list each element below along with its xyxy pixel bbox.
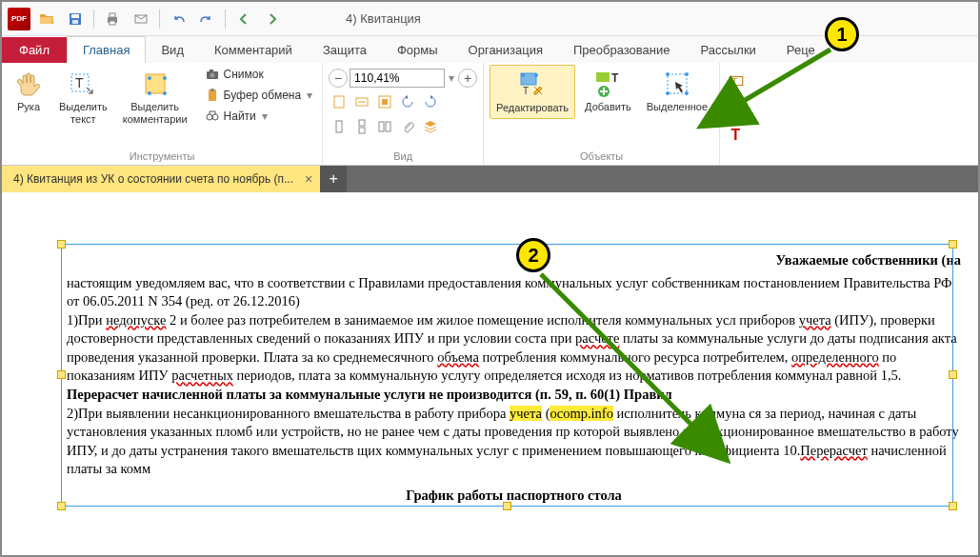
svg-rect-28: [379, 122, 384, 131]
svg-rect-2: [72, 20, 78, 24]
svg-point-10: [148, 76, 151, 80]
layers-button[interactable]: [420, 116, 441, 137]
heading-center: График работы паспортного стола: [67, 487, 961, 506]
svg-rect-4: [110, 13, 115, 17]
close-tab-button[interactable]: ×: [305, 171, 312, 187]
rotate-right-button[interactable]: [420, 91, 441, 112]
svg-point-12: [148, 91, 151, 95]
tab-convert[interactable]: Преобразование: [558, 37, 686, 63]
extra-btn-3[interactable]: T: [726, 124, 747, 145]
svg-rect-24: [382, 99, 388, 105]
svg-point-19: [207, 114, 212, 120]
document-area[interactable]: Уважаемые собственники (на настоящим уве…: [2, 192, 978, 555]
select-comments-button[interactable]: Выделить комментарии: [117, 65, 193, 129]
group-objects: T Редактировать T Добавить Выделенное Об…: [484, 63, 720, 165]
svg-point-40: [666, 91, 670, 95]
tab-forms[interactable]: Формы: [382, 37, 453, 63]
callout-1: 1: [825, 17, 859, 51]
fit-visible-button[interactable]: [374, 91, 395, 112]
svg-point-11: [163, 76, 167, 80]
edit-object-button[interactable]: T Редактировать: [490, 65, 575, 119]
open-button[interactable]: [34, 7, 59, 31]
group-objects-label: Объекты: [490, 149, 713, 165]
fit-width-button[interactable]: [351, 91, 372, 112]
tab-comment[interactable]: Комментарий: [199, 37, 308, 63]
group-tools: Рука T Выделить текст Выделить комментар…: [2, 63, 323, 165]
document-tabs: 4) Квитанция из УК о состоянии счета по …: [2, 166, 978, 192]
heading-right: Уважаемые собственники (на: [67, 251, 961, 270]
zoom-out-button[interactable]: −: [329, 69, 348, 88]
single-page-button[interactable]: [329, 116, 350, 137]
select-comments-icon: [140, 69, 170, 99]
selected-icon: [662, 69, 692, 99]
svg-point-31: [521, 73, 525, 77]
select-text-label: Выделить текст: [59, 101, 108, 126]
svg-point-38: [666, 72, 670, 76]
selected-label: Выделенное: [647, 101, 708, 113]
snapshot-button[interactable]: Снимок: [201, 65, 317, 84]
binoculars-icon: [205, 109, 220, 124]
svg-rect-1: [71, 14, 79, 18]
callout-2: 2: [516, 238, 550, 272]
svg-text:T: T: [611, 71, 619, 85]
selected-object-button[interactable]: Выделенное: [641, 65, 713, 117]
document-tab[interactable]: 4) Квитанция из УК о состоянии счета по …: [2, 166, 320, 192]
svg-rect-26: [359, 120, 365, 126]
arrow-1: [726, 46, 840, 125]
hand-tool-button[interactable]: Рука: [8, 65, 50, 117]
zoom-input[interactable]: [350, 69, 445, 88]
svg-text:T: T: [730, 127, 740, 143]
svg-point-39: [685, 72, 689, 76]
camera-icon: [205, 67, 220, 82]
save-button[interactable]: [63, 7, 88, 31]
app-icon: PDF: [8, 8, 30, 30]
continuous-button[interactable]: [351, 116, 372, 137]
document-tab-title: 4) Квитанция из УК о состоянии счета по …: [13, 172, 293, 186]
svg-rect-18: [210, 89, 214, 91]
group-tools-label: Инструменты: [8, 149, 316, 165]
svg-rect-27: [359, 128, 365, 133]
paragraph-2: 1)При недопуске 2 и более раз потребител…: [67, 311, 961, 405]
clipboard-button[interactable]: Буфер обмена▾: [201, 86, 317, 105]
svg-rect-21: [334, 96, 344, 108]
select-comments-label: Выделить комментарии: [123, 101, 188, 126]
group-view: − ▾ + Вид: [323, 63, 484, 165]
select-text-icon: T: [68, 69, 98, 99]
find-button[interactable]: Найти▾: [201, 107, 317, 126]
tab-protect[interactable]: Защита: [308, 37, 382, 63]
email-button[interactable]: [129, 7, 153, 31]
next-button[interactable]: [260, 7, 285, 31]
clipboard-label: Буфер обмена: [224, 89, 302, 102]
snapshot-label: Снимок: [224, 68, 264, 81]
page: Уважаемые собственники (на настоящим уве…: [10, 198, 970, 512]
tab-organize[interactable]: Организация: [453, 37, 558, 63]
undo-button[interactable]: [166, 7, 190, 31]
attach-button[interactable]: [397, 116, 418, 137]
svg-point-15: [210, 73, 214, 78]
group-view-label: Вид: [329, 149, 477, 165]
svg-rect-5: [110, 21, 115, 25]
svg-point-32: [534, 73, 538, 77]
hand-icon: [13, 69, 44, 99]
zoom-in-button[interactable]: +: [458, 69, 477, 88]
add-tab-button[interactable]: +: [320, 166, 347, 192]
svg-point-41: [685, 91, 689, 95]
hand-label: Рука: [17, 101, 40, 113]
clipboard-icon: [205, 88, 220, 103]
window-title: 4) Квитанция: [346, 11, 421, 26]
select-text-button[interactable]: T Выделить текст: [53, 65, 113, 129]
find-label: Найти: [224, 109, 256, 123]
print-button[interactable]: [100, 7, 125, 31]
tab-file[interactable]: Файл: [2, 37, 67, 63]
fit-page-button[interactable]: [329, 91, 350, 112]
prev-button[interactable]: [231, 7, 256, 31]
facing-button[interactable]: [374, 116, 395, 137]
redo-button[interactable]: [194, 7, 219, 31]
rotate-left-button[interactable]: [397, 91, 418, 112]
svg-rect-16: [210, 70, 213, 71]
arrow-2: [537, 270, 718, 454]
tab-view[interactable]: Вид: [146, 37, 199, 63]
add-icon: T: [592, 69, 623, 99]
add-object-button[interactable]: T Добавить: [579, 65, 637, 117]
tab-main[interactable]: Главная: [67, 36, 146, 63]
